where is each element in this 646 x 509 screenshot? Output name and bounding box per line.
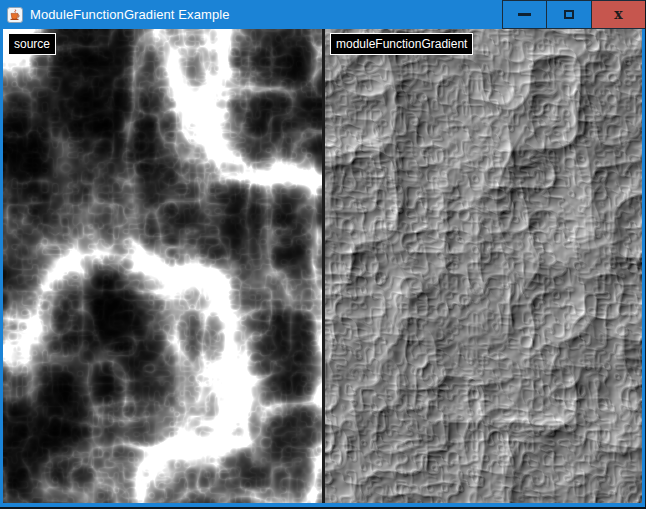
window-title: ModuleFunctionGradient Example (30, 7, 230, 22)
title-bar[interactable]: ModuleFunctionGradient Example x (0, 0, 646, 29)
close-button[interactable]: x (592, 0, 646, 29)
close-icon: x (614, 7, 622, 21)
source-image (3, 29, 322, 503)
minimize-button[interactable] (502, 0, 547, 29)
source-panel: source (3, 29, 322, 503)
app-window: ModuleFunctionGradient Example x source … (0, 0, 646, 509)
gradient-image (325, 29, 642, 503)
gradient-panel: moduleFunctionGradient (325, 29, 642, 503)
maximize-icon (564, 10, 574, 19)
minimize-icon (518, 13, 531, 16)
window-controls: x (502, 0, 646, 29)
gradient-label: moduleFunctionGradient (330, 33, 473, 55)
java-coffee-cup-icon[interactable] (7, 7, 23, 23)
maximize-button[interactable] (547, 0, 592, 29)
source-label: source (8, 33, 56, 55)
content-area: source moduleFunctionGradient (3, 29, 642, 503)
